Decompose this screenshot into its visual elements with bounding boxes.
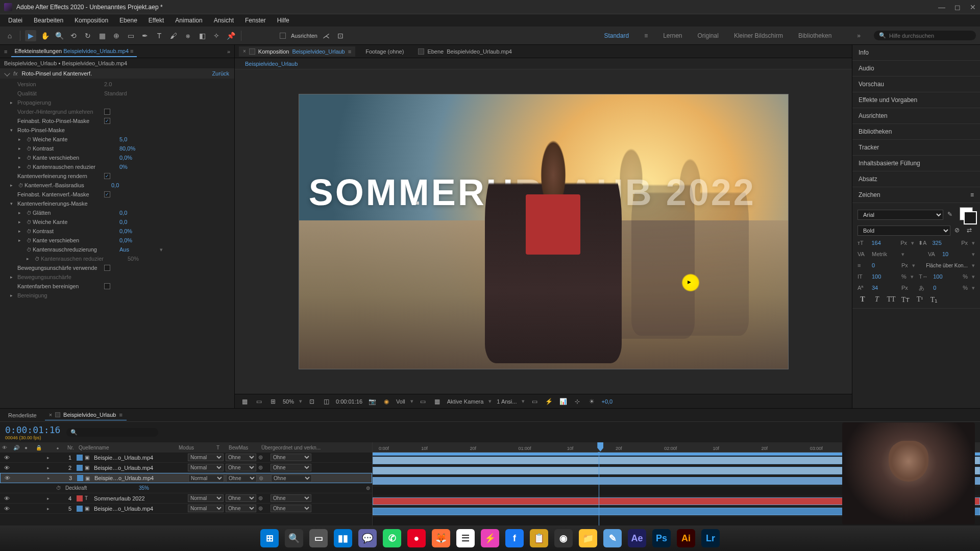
fast-preview-icon[interactable]: ⚡	[544, 398, 553, 405]
taskbar-app-icon[interactable]: Ae	[628, 529, 646, 547]
tab-layer[interactable]: Ebene Beispielvideo_Urlaub.mp4	[414, 46, 516, 57]
align-checkbox[interactable]	[280, 33, 286, 39]
minimize-button[interactable]: —	[938, 3, 945, 11]
panel-paragraph[interactable]: Absatz	[852, 171, 980, 187]
snapshot-icon[interactable]: 📷	[368, 398, 377, 405]
decon-checkbox[interactable]	[104, 283, 110, 289]
panel-align[interactable]: Ausrichten	[852, 108, 980, 124]
stopwatch-icon[interactable]: ⏱	[26, 246, 33, 253]
layer-name[interactable]: Beispie…o_Urlaub.mp4	[94, 465, 186, 471]
transform-handle[interactable]	[416, 202, 419, 205]
panel-effects[interactable]: Effekte und Vorgaben	[852, 92, 980, 108]
exposure-value[interactable]: +0,0	[601, 398, 612, 405]
pixel-aspect-icon[interactable]: ▭	[530, 398, 539, 405]
expand-arrow-icon[interactable]: ▸	[47, 455, 54, 460]
taskbar-app-icon[interactable]: ☰	[456, 529, 475, 547]
font-family-dropdown[interactable]: Arial	[857, 210, 943, 220]
blend-mode-dropdown[interactable]: Normal	[188, 474, 224, 482]
kerning-value[interactable]: Metrik	[872, 251, 897, 257]
toggle-grid-icon[interactable]: ⊞	[268, 398, 278, 405]
taskbar-app-icon[interactable]: Ps	[652, 529, 671, 547]
blend-mode-dropdown[interactable]: Normal	[188, 494, 224, 502]
panel-audio[interactable]: Audio	[852, 61, 980, 77]
trackmatte-dropdown[interactable]: Ohne	[226, 474, 257, 482]
hand-tool-icon[interactable]: ✋	[39, 30, 51, 41]
tab-renderlist[interactable]: Renderliste	[4, 410, 41, 420]
preview-timecode[interactable]: 0:00:01:16	[336, 398, 362, 405]
label-color[interactable]	[77, 495, 83, 502]
layer-row[interactable]: 👁 ▸ 2 ▣ Beispie…o_Urlaub.mp4 Normal Ohne…	[0, 463, 372, 473]
opacity-value[interactable]: 35%	[139, 485, 149, 491]
views-dropdown[interactable]: 1 Ansi...	[497, 398, 517, 405]
stroke-width-value[interactable]: 0	[872, 262, 897, 268]
tab-timeline-comp[interactable]: × Beispielvideo_Urlaub ≡	[45, 410, 127, 420]
swap-colors-icon[interactable]: ⇄	[967, 227, 975, 235]
menu-komposition[interactable]: Komposition	[69, 16, 113, 25]
menu-hilfe[interactable]: Hilfe	[272, 16, 295, 25]
panel-vorschau[interactable]: Vorschau	[852, 77, 980, 92]
baseline-value[interactable]: 34	[872, 285, 897, 291]
label-color[interactable]	[77, 506, 83, 512]
puppet-tool-icon[interactable]: 📌	[225, 30, 236, 41]
camera-dropdown[interactable]: Aktive Kamera	[447, 398, 484, 405]
playhead-icon[interactable]	[597, 442, 603, 452]
layer-row[interactable]: 👁 ▸ 5 ▣ Beispie…o_Urlaub.mp4 Normal Ohne…	[0, 504, 372, 514]
close-button[interactable]: ✕	[970, 3, 976, 11]
workspace-lernen[interactable]: Lernen	[663, 32, 682, 39]
effect-header[interactable]: fx Roto-Pinsel und Kantenverf. Zurück	[0, 68, 234, 79]
motion-blur-checkbox[interactable]	[104, 265, 110, 271]
taskbar-app-icon[interactable]: 🦊	[432, 529, 450, 547]
text-tool-icon[interactable]: T	[154, 30, 165, 41]
layer-row[interactable]: 👁 ▸ 4 T Sommerurlaub 2022 Normal Ohne ⊚ …	[0, 493, 372, 504]
visibility-icon[interactable]: 👁	[2, 455, 11, 461]
help-search[interactable]: 🔍	[874, 31, 976, 40]
brush-tool-icon[interactable]: 🖌	[168, 30, 179, 41]
menu-animation[interactable]: Animation	[170, 16, 207, 25]
parent-dropdown[interactable]: Ohne	[271, 454, 311, 461]
taskbar-app-icon[interactable]: 🔍	[285, 529, 303, 547]
snap-icon[interactable]: ⋌	[321, 30, 332, 41]
shape-tool-icon[interactable]: ▭	[125, 30, 136, 41]
pen-tool-icon[interactable]: ✒	[139, 30, 151, 41]
layer-name[interactable]: Beispie…o_Urlaub.mp4	[94, 455, 186, 461]
trackmatte-dropdown[interactable]: Ohne	[226, 494, 256, 502]
fine-edge-checkbox[interactable]: ✓	[104, 191, 110, 197]
parent-dropdown[interactable]: Ohne	[271, 474, 312, 482]
taskbar-app-icon[interactable]: ▮▮	[334, 529, 352, 547]
menu-fenster[interactable]: Fenster	[240, 16, 271, 25]
menu-ebene[interactable]: Ebene	[114, 16, 142, 25]
parent-dropdown[interactable]: Ohne	[271, 505, 311, 512]
stopwatch-icon[interactable]: ⏱	[26, 136, 33, 143]
taskbar-app-icon[interactable]: ●	[407, 529, 426, 547]
tsume-value[interactable]: 0	[933, 285, 959, 291]
stopwatch-icon[interactable]: ⏱	[26, 228, 33, 235]
workspace-bibliotheken[interactable]: Bibliotheken	[798, 32, 831, 39]
expand-arrow-icon[interactable]: ▸	[47, 475, 55, 481]
eraser-tool-icon[interactable]: ◧	[197, 30, 208, 41]
hscale-value[interactable]: 100	[933, 273, 959, 280]
render-refine-checkbox[interactable]: ✓	[104, 173, 110, 179]
label-color[interactable]	[77, 465, 83, 471]
italic-button[interactable]: T	[872, 295, 882, 304]
menu-effekt[interactable]: Effekt	[143, 16, 169, 25]
selection-tool-icon[interactable]: ▶	[25, 30, 36, 41]
visibility-icon[interactable]: 👁	[3, 475, 12, 481]
orbit-tool-icon[interactable]: ⟲	[68, 30, 79, 41]
workspace-kleiner[interactable]: Kleiner Bildschirm	[734, 32, 783, 39]
panel-libraries[interactable]: Bibliotheken	[852, 124, 980, 140]
exposure-icon[interactable]: ☀	[587, 398, 596, 405]
allcaps-button[interactable]: TT	[886, 295, 896, 304]
leading-value[interactable]: 325	[932, 240, 957, 246]
taskbar-app-icon[interactable]: f	[505, 529, 524, 547]
panel-character[interactable]: Zeichen	[859, 191, 880, 198]
taskbar-app-icon[interactable]: Ai	[677, 529, 695, 547]
trackmatte-dropdown[interactable]: Ohne	[226, 464, 256, 471]
parent-dropdown[interactable]: Ohne	[271, 494, 311, 502]
anchor-tool-icon[interactable]: ⊕	[111, 30, 122, 41]
label-color[interactable]	[77, 455, 83, 461]
font-size-value[interactable]: 164	[871, 240, 896, 246]
timeline-icon[interactable]: 📊	[558, 398, 568, 405]
transparency-icon[interactable]: ▦	[433, 398, 442, 405]
stopwatch-icon[interactable]: ⏱	[17, 182, 24, 189]
stopwatch-icon[interactable]: ⏱	[56, 485, 63, 491]
